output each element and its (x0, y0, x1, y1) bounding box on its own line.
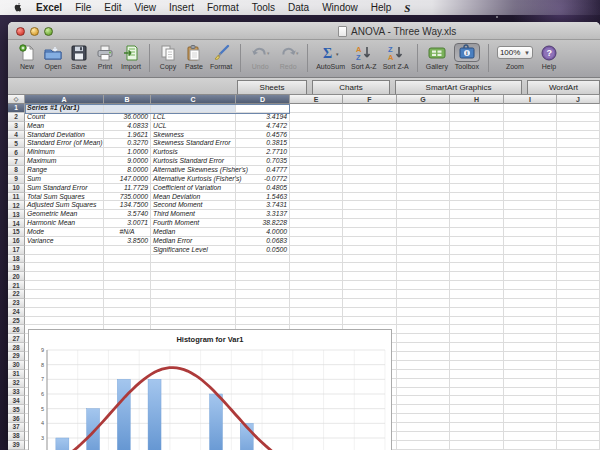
cell-I28[interactable] (504, 343, 557, 352)
cell-I25[interactable] (504, 317, 557, 326)
cell-A6[interactable]: Minimum (25, 148, 104, 157)
cell-G27[interactable] (397, 334, 450, 343)
redo-button[interactable]: ▾ Redo (274, 42, 302, 70)
cell-A22[interactable] (25, 290, 104, 299)
row-header-3[interactable]: 3 (8, 122, 25, 131)
cell-G29[interactable] (397, 352, 450, 361)
cell-C5[interactable]: Skewness Standard Error (151, 139, 236, 148)
cell-F16[interactable] (343, 237, 397, 246)
cell-E6[interactable] (290, 148, 343, 157)
cell-I33[interactable] (504, 388, 557, 397)
row-header-20[interactable]: 20 (8, 272, 25, 281)
row-header-11[interactable]: 11 (8, 193, 25, 202)
cell-D25[interactable] (236, 317, 290, 326)
cell-A13[interactable]: Geometric Mean (25, 210, 104, 219)
cell-H4[interactable] (450, 131, 504, 140)
cell-A1[interactable]: Series #1 (Var1) (25, 104, 104, 113)
row-header-26[interactable]: 26 (8, 325, 25, 334)
cell-C19[interactable] (151, 263, 236, 272)
cell-B5[interactable]: 0.3270 (104, 139, 151, 148)
cell-D23[interactable] (236, 299, 290, 308)
tab-charts[interactable]: Charts (312, 80, 390, 94)
row-header-33[interactable]: 33 (8, 388, 25, 397)
menu-item-insert[interactable]: Insert (169, 0, 194, 15)
cell-I5[interactable] (504, 139, 557, 148)
cell-I7[interactable] (504, 157, 557, 166)
cell-D22[interactable] (236, 290, 290, 299)
cell-J37[interactable] (557, 423, 600, 432)
cell-B2[interactable]: 36.0000 (104, 113, 151, 122)
cell-B14[interactable]: 3.0071 (104, 219, 151, 228)
cell-D3[interactable]: 4.7472 (236, 122, 290, 131)
cell-J17[interactable] (557, 246, 600, 255)
cell-J27[interactable] (557, 334, 600, 343)
cell-E3[interactable] (290, 122, 343, 131)
cell-G37[interactable] (397, 423, 450, 432)
cell-I37[interactable] (504, 423, 557, 432)
cell-E14[interactable] (290, 219, 343, 228)
cell-F14[interactable] (343, 219, 397, 228)
cell-J1[interactable] (557, 104, 600, 113)
cell-A2[interactable]: Count (25, 113, 104, 122)
cell-E10[interactable] (290, 184, 343, 193)
cell-C7[interactable]: Kurtosis Standard Error (151, 157, 236, 166)
row-header-32[interactable]: 32 (8, 379, 25, 388)
paste-button[interactable]: Paste (181, 42, 207, 70)
cell-E13[interactable] (290, 210, 343, 219)
cell-A7[interactable]: Maximum (25, 157, 104, 166)
cell-G6[interactable] (397, 148, 450, 157)
cell-B19[interactable] (104, 263, 151, 272)
cell-E21[interactable] (290, 281, 343, 290)
cell-E15[interactable] (290, 228, 343, 237)
cell-F6[interactable] (343, 148, 397, 157)
cell-C10[interactable]: Coefficient of Variation (151, 184, 236, 193)
cell-I18[interactable] (504, 255, 557, 264)
menu-item-view[interactable]: View (135, 0, 157, 15)
cell-G15[interactable] (397, 228, 450, 237)
cell-B8[interactable]: 8.0000 (104, 166, 151, 175)
cell-H6[interactable] (450, 148, 504, 157)
cell-G19[interactable] (397, 263, 450, 272)
cell-G7[interactable] (397, 157, 450, 166)
cell-A3[interactable]: Mean (25, 122, 104, 131)
cell-C21[interactable] (151, 281, 236, 290)
cell-A11[interactable]: Total Sum Squares (25, 193, 104, 202)
cell-A17[interactable] (25, 246, 104, 255)
cell-I3[interactable] (504, 122, 557, 131)
cell-G2[interactable] (397, 113, 450, 122)
cell-H33[interactable] (450, 388, 504, 397)
row-header-18[interactable]: 18 (8, 255, 25, 264)
cell-A18[interactable] (25, 255, 104, 264)
cell-G14[interactable] (397, 219, 450, 228)
cell-H10[interactable] (450, 184, 504, 193)
cell-I15[interactable] (504, 228, 557, 237)
tab-wordart[interactable]: WordArt (527, 80, 600, 94)
cell-H26[interactable] (450, 325, 504, 334)
menu-item-window[interactable]: Window (322, 0, 358, 15)
cell-B11[interactable]: 735.0000 (104, 193, 151, 202)
cell-H35[interactable] (450, 405, 504, 414)
cell-G18[interactable] (397, 255, 450, 264)
cell-I6[interactable] (504, 148, 557, 157)
cell-F17[interactable] (343, 246, 397, 255)
cell-G23[interactable] (397, 299, 450, 308)
cell-B3[interactable]: 4.0833 (104, 122, 151, 131)
cell-H16[interactable] (450, 237, 504, 246)
cell-I34[interactable] (504, 396, 557, 405)
row-header-4[interactable]: 4 (8, 131, 25, 140)
cell-I13[interactable] (504, 210, 557, 219)
cell-J30[interactable] (557, 361, 600, 370)
cell-H37[interactable] (450, 423, 504, 432)
cell-J29[interactable] (557, 352, 600, 361)
cell-H36[interactable] (450, 414, 504, 423)
cell-F15[interactable] (343, 228, 397, 237)
cell-H31[interactable] (450, 370, 504, 379)
apple-menu-icon[interactable] (12, 2, 23, 13)
cell-J6[interactable] (557, 148, 600, 157)
cell-B15[interactable]: #N/A (104, 228, 151, 237)
menu-item-file[interactable]: File (75, 0, 91, 15)
cell-J21[interactable] (557, 281, 600, 290)
cell-E12[interactable] (290, 201, 343, 210)
cell-J3[interactable] (557, 122, 600, 131)
row-header-34[interactable]: 34 (8, 396, 25, 405)
